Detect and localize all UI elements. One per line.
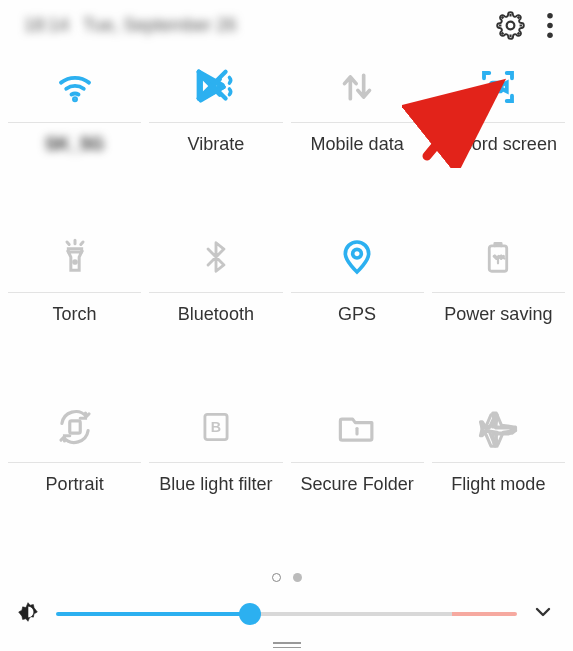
svg-point-0: [507, 21, 515, 29]
blue-light-icon: B: [145, 392, 286, 462]
tile-vibrate[interactable]: Vibrate: [145, 52, 286, 222]
tile-wifi[interactable]: SK_5G: [4, 52, 145, 222]
tile-flight-mode[interactable]: Flight mode: [428, 392, 569, 562]
brightness-slider[interactable]: [56, 612, 517, 616]
slider-thumb[interactable]: [239, 603, 261, 625]
brightness-auto-icon[interactable]: [14, 598, 42, 630]
tile-label: Secure Folder: [287, 463, 428, 519]
tile-label: Mobile data: [287, 123, 428, 179]
tile-label: Power saving: [428, 293, 569, 349]
svg-point-10: [353, 249, 362, 258]
chevron-down-icon[interactable]: [531, 600, 555, 628]
tile-secure-folder[interactable]: Secure Folder: [287, 392, 428, 562]
torch-icon: [4, 222, 145, 292]
status-date: Tue, September 26: [83, 15, 236, 36]
svg-point-9: [73, 261, 76, 264]
tile-label: GPS: [287, 293, 428, 349]
airplane-icon: [428, 392, 569, 462]
tile-label: Record screen: [428, 123, 569, 179]
tile-blue-light[interactable]: B Blue light filter: [145, 392, 286, 562]
gear-icon[interactable]: [496, 11, 525, 40]
tile-label: Flight mode: [428, 463, 569, 519]
status-time: 18:14: [24, 15, 69, 36]
wifi-icon: [4, 52, 145, 122]
panel-handle[interactable]: [0, 636, 573, 651]
tile-bluetooth[interactable]: Bluetooth: [145, 222, 286, 392]
tile-label: Portrait: [4, 463, 145, 519]
tile-label: SK_5G: [4, 123, 145, 179]
tile-record-screen[interactable]: Record screen: [428, 52, 569, 222]
page-indicator[interactable]: [0, 562, 573, 592]
location-pin-icon: [287, 222, 428, 292]
handle-lines-icon: [273, 642, 301, 648]
svg-rect-8: [491, 83, 502, 92]
svg-text:B: B: [211, 419, 221, 435]
tile-label: Torch: [4, 293, 145, 349]
brightness-row: [0, 592, 573, 636]
quick-settings-grid: SK_5G Vibrate Mobile data: [0, 50, 573, 562]
tile-label: Bluetooth: [145, 293, 286, 349]
svg-rect-12: [69, 421, 80, 433]
data-arrows-icon: [287, 52, 428, 122]
tile-label: Vibrate: [145, 123, 286, 179]
vibrate-icon: [145, 52, 286, 122]
tile-power-saving[interactable]: Power saving: [428, 222, 569, 392]
rotation-lock-icon: [4, 392, 145, 462]
secure-folder-icon: [287, 392, 428, 462]
bluetooth-icon: [145, 222, 286, 292]
svg-point-1: [547, 13, 553, 19]
svg-point-4: [74, 98, 76, 100]
tile-gps[interactable]: GPS: [287, 222, 428, 392]
tile-label: Blue light filter: [145, 463, 286, 519]
svg-point-3: [547, 32, 553, 38]
tile-torch[interactable]: Torch: [4, 222, 145, 392]
tile-portrait[interactable]: Portrait: [4, 392, 145, 562]
pager-dot-current: [272, 573, 281, 582]
svg-point-2: [547, 22, 553, 28]
battery-save-icon: [428, 222, 569, 292]
record-screen-icon: [428, 52, 569, 122]
more-icon[interactable]: [545, 11, 555, 40]
tile-mobile-data[interactable]: Mobile data: [287, 52, 428, 222]
status-bar: 18:14 Tue, September 26: [0, 0, 573, 50]
pager-dot: [293, 573, 302, 582]
status-left-blurred: 18:14 Tue, September 26: [24, 15, 236, 36]
